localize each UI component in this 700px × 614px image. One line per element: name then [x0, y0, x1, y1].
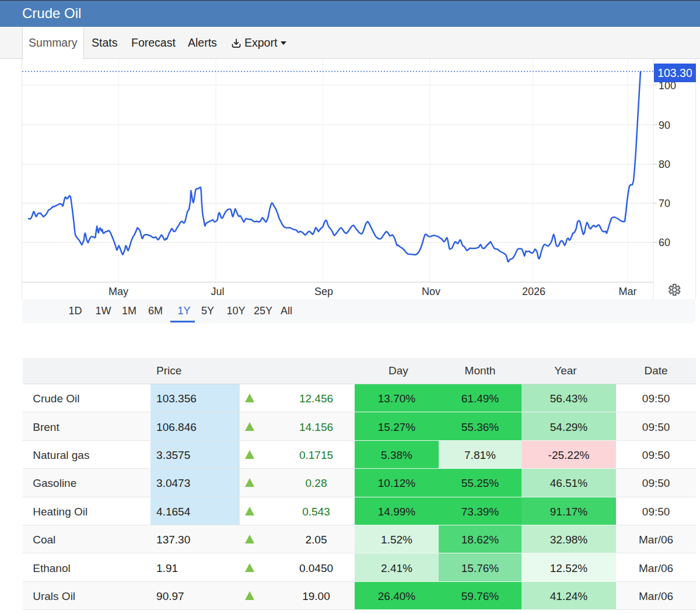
svg-text:Mar: Mar: [619, 286, 637, 297]
svg-text:70: 70: [659, 198, 670, 209]
svg-text:2026: 2026: [522, 286, 545, 297]
svg-text:60: 60: [659, 237, 670, 248]
svg-text:90: 90: [659, 120, 670, 131]
svg-text:80: 80: [659, 159, 670, 170]
svg-text:Sep: Sep: [314, 286, 333, 297]
svg-text:Jul: Jul: [211, 286, 224, 297]
svg-text:103.30: 103.30: [657, 66, 692, 79]
svg-text:May: May: [108, 286, 128, 297]
svg-text:Nov: Nov: [422, 286, 440, 297]
